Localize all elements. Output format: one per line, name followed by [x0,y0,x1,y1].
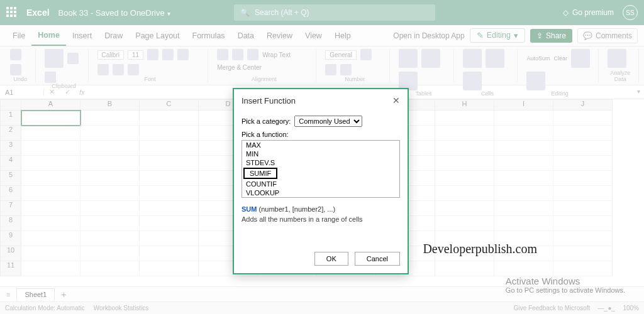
row-header[interactable]: 8 [0,216,21,231]
cell[interactable] [553,156,613,171]
row-header[interactable]: 11 [0,261,21,276]
search-input[interactable]: 🔍 Search (Alt + Q) [234,4,435,21]
select-all-corner[interactable] [0,99,21,111]
tab-insert[interactable]: Insert [66,25,98,46]
cell[interactable] [140,171,199,186]
paste-icon[interactable] [45,49,64,68]
cell[interactable] [140,216,199,231]
function-listbox[interactable]: MAX MIN STDEV.S SUMIF COUNTIF VLOOKUP [242,140,400,198]
app-launcher-icon[interactable] [6,7,18,18]
cell[interactable] [21,246,80,261]
function-item[interactable]: COUNTIF [242,180,399,188]
cell[interactable] [80,246,140,261]
fx-cancel-icon[interactable]: ✕ [44,88,60,96]
delete-cells-icon[interactable] [486,49,504,68]
function-item[interactable]: VLOOKUP [242,188,399,197]
cell[interactable] [21,231,80,246]
cell[interactable] [80,186,140,201]
cell[interactable] [494,126,553,141]
cell[interactable] [553,111,613,126]
cut-icon[interactable] [67,53,79,64]
sort-filter-icon[interactable] [571,49,590,68]
cell[interactable] [140,156,199,171]
row-header[interactable]: 5 [0,171,21,186]
align-icon[interactable] [217,49,228,60]
cell[interactable] [435,261,494,276]
redo-icon[interactable] [10,64,21,75]
col-header[interactable]: A [21,99,80,111]
font-name-select[interactable]: Calibri [97,50,124,60]
align-icon[interactable] [232,49,243,60]
row-header[interactable]: 7 [0,201,21,216]
ribbon-collapse-icon[interactable]: ▾ [637,88,640,95]
cell[interactable] [140,141,199,156]
tab-formulas[interactable]: Formulas [186,25,231,46]
cell[interactable] [553,201,613,216]
cell[interactable] [435,141,494,156]
cell[interactable] [494,156,553,171]
analyze-data-icon[interactable] [608,49,626,68]
tab-review[interactable]: Review [260,25,299,46]
copy-icon[interactable] [45,72,56,83]
insert-cells-icon[interactable] [463,49,482,68]
function-item[interactable]: STDEV.S [242,158,399,167]
zoom-slider[interactable]: —⎯●⎯ [597,305,615,311]
find-select-icon[interactable] [526,72,545,90]
fx-icon[interactable]: fx [75,89,89,96]
open-desktop-button[interactable]: Open in Desktop App [393,31,464,40]
cell[interactable] [553,216,613,231]
cell[interactable] [80,171,140,186]
col-header[interactable]: I [494,99,553,111]
tab-file[interactable]: File [6,25,31,46]
clear-button[interactable]: Clear [553,55,567,62]
add-sheet-button[interactable]: + [61,290,66,300]
underline-icon[interactable] [177,49,189,60]
cancel-button[interactable]: Cancel [355,252,400,266]
avatar[interactable]: SS [623,5,638,20]
cell[interactable] [435,111,494,126]
italic-icon[interactable] [162,49,174,60]
cell[interactable] [435,171,494,186]
cell[interactable] [553,231,613,246]
row-header[interactable]: 4 [0,156,21,171]
row-header[interactable]: 9 [0,231,21,246]
cell[interactable] [21,186,80,201]
fill-color-icon[interactable] [113,64,124,75]
tab-data[interactable]: Data [231,25,260,46]
col-header[interactable]: J [553,99,613,111]
cell[interactable] [494,201,553,216]
fx-enter-icon[interactable]: ✓ [60,88,75,96]
cell[interactable] [80,201,140,216]
comments-button[interactable]: 💬Comments [577,28,638,43]
cell[interactable] [21,216,80,231]
bold-icon[interactable] [147,49,158,60]
cell[interactable] [553,246,613,261]
go-premium-button[interactable]: ◇Go premium [563,8,614,17]
cell[interactable] [435,216,494,231]
feedback-link[interactable]: Give Feedback to Microsoft [514,305,591,311]
cell[interactable] [494,216,553,231]
col-header[interactable]: C [140,99,199,111]
cell[interactable] [80,156,140,171]
function-item[interactable]: MIN [242,149,399,158]
format-cells-icon[interactable] [463,72,482,90]
cell[interactable] [494,186,553,201]
cell[interactable] [80,231,140,246]
workbook-stats-label[interactable]: Workbook Statistics [94,305,149,311]
number-format-select[interactable]: General [325,50,357,60]
sheet-nav-icon[interactable]: ≡ [6,291,10,298]
cell[interactable] [21,171,80,186]
font-color-icon[interactable] [128,64,139,75]
merge-center-button[interactable]: Merge & Center [217,64,262,71]
zoom-level[interactable]: 100% [623,305,639,311]
function-item[interactable]: MAX [242,141,399,149]
tab-help[interactable]: Help [328,25,357,46]
row-header[interactable]: 2 [0,126,21,141]
row-header[interactable]: 10 [0,246,21,261]
cell[interactable] [494,111,553,126]
cell[interactable] [553,141,613,156]
cell[interactable] [21,261,80,276]
cell[interactable] [80,126,140,141]
cell[interactable] [553,261,613,276]
cell[interactable] [140,186,199,201]
